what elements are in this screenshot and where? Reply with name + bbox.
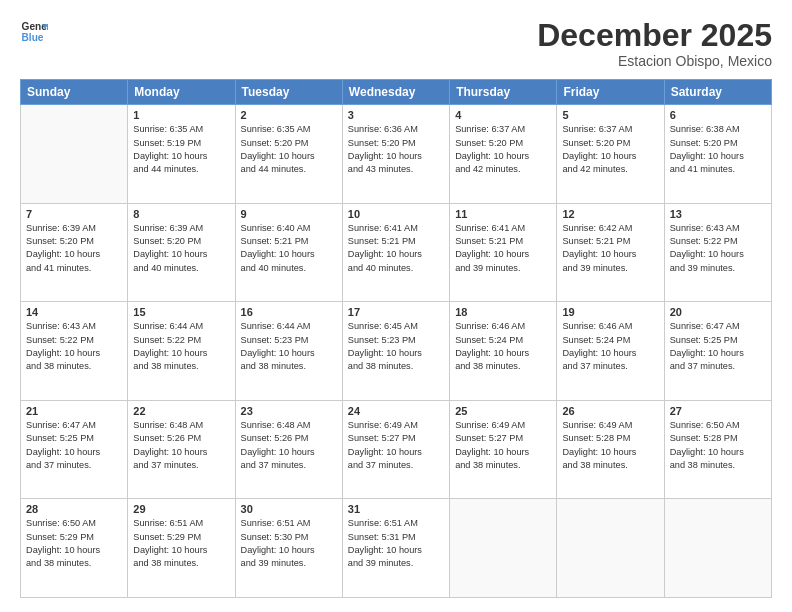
day-number: 30 [241,503,337,515]
day-number: 26 [562,405,658,417]
table-row: 10Sunrise: 6:41 AM Sunset: 5:21 PM Dayli… [342,203,449,302]
calendar-week-4: 21Sunrise: 6:47 AM Sunset: 5:25 PM Dayli… [21,400,772,499]
table-row [557,499,664,598]
cell-content: Sunrise: 6:49 AM Sunset: 5:27 PM Dayligh… [455,419,551,472]
day-number: 23 [241,405,337,417]
table-row: 7Sunrise: 6:39 AM Sunset: 5:20 PM Daylig… [21,203,128,302]
month-title: December 2025 [537,18,772,53]
logo-icon: General Blue [20,18,48,46]
cell-content: Sunrise: 6:35 AM Sunset: 5:20 PM Dayligh… [241,123,337,176]
table-row: 4Sunrise: 6:37 AM Sunset: 5:20 PM Daylig… [450,105,557,204]
table-row: 25Sunrise: 6:49 AM Sunset: 5:27 PM Dayli… [450,400,557,499]
day-number: 13 [670,208,766,220]
table-row [664,499,771,598]
cell-content: Sunrise: 6:37 AM Sunset: 5:20 PM Dayligh… [562,123,658,176]
table-row: 8Sunrise: 6:39 AM Sunset: 5:20 PM Daylig… [128,203,235,302]
table-row: 18Sunrise: 6:46 AM Sunset: 5:24 PM Dayli… [450,302,557,401]
day-number: 21 [26,405,122,417]
day-number: 31 [348,503,444,515]
table-row: 29Sunrise: 6:51 AM Sunset: 5:29 PM Dayli… [128,499,235,598]
day-number: 11 [455,208,551,220]
table-row: 3Sunrise: 6:36 AM Sunset: 5:20 PM Daylig… [342,105,449,204]
cell-content: Sunrise: 6:36 AM Sunset: 5:20 PM Dayligh… [348,123,444,176]
header-row: Sunday Monday Tuesday Wednesday Thursday… [21,80,772,105]
cell-content: Sunrise: 6:42 AM Sunset: 5:21 PM Dayligh… [562,222,658,275]
day-number: 14 [26,306,122,318]
table-row: 27Sunrise: 6:50 AM Sunset: 5:28 PM Dayli… [664,400,771,499]
svg-text:Blue: Blue [22,32,44,43]
table-row: 14Sunrise: 6:43 AM Sunset: 5:22 PM Dayli… [21,302,128,401]
table-row: 22Sunrise: 6:48 AM Sunset: 5:26 PM Dayli… [128,400,235,499]
cell-content: Sunrise: 6:35 AM Sunset: 5:19 PM Dayligh… [133,123,229,176]
day-number: 15 [133,306,229,318]
table-row: 28Sunrise: 6:50 AM Sunset: 5:29 PM Dayli… [21,499,128,598]
col-thursday: Thursday [450,80,557,105]
cell-content: Sunrise: 6:43 AM Sunset: 5:22 PM Dayligh… [670,222,766,275]
logo: General Blue [20,18,48,46]
table-row: 30Sunrise: 6:51 AM Sunset: 5:30 PM Dayli… [235,499,342,598]
day-number: 6 [670,109,766,121]
cell-content: Sunrise: 6:46 AM Sunset: 5:24 PM Dayligh… [455,320,551,373]
cell-content: Sunrise: 6:49 AM Sunset: 5:28 PM Dayligh… [562,419,658,472]
day-number: 8 [133,208,229,220]
cell-content: Sunrise: 6:44 AM Sunset: 5:23 PM Dayligh… [241,320,337,373]
calendar-week-3: 14Sunrise: 6:43 AM Sunset: 5:22 PM Dayli… [21,302,772,401]
cell-content: Sunrise: 6:43 AM Sunset: 5:22 PM Dayligh… [26,320,122,373]
cell-content: Sunrise: 6:38 AM Sunset: 5:20 PM Dayligh… [670,123,766,176]
table-row: 1Sunrise: 6:35 AM Sunset: 5:19 PM Daylig… [128,105,235,204]
col-saturday: Saturday [664,80,771,105]
day-number: 18 [455,306,551,318]
col-tuesday: Tuesday [235,80,342,105]
day-number: 25 [455,405,551,417]
day-number: 2 [241,109,337,121]
cell-content: Sunrise: 6:51 AM Sunset: 5:29 PM Dayligh… [133,517,229,570]
page: General Blue December 2025 Estacion Obis… [0,0,792,612]
title-block: December 2025 Estacion Obispo, Mexico [537,18,772,69]
table-row: 16Sunrise: 6:44 AM Sunset: 5:23 PM Dayli… [235,302,342,401]
day-number: 16 [241,306,337,318]
table-row: 23Sunrise: 6:48 AM Sunset: 5:26 PM Dayli… [235,400,342,499]
day-number: 28 [26,503,122,515]
cell-content: Sunrise: 6:50 AM Sunset: 5:29 PM Dayligh… [26,517,122,570]
table-row: 31Sunrise: 6:51 AM Sunset: 5:31 PM Dayli… [342,499,449,598]
col-wednesday: Wednesday [342,80,449,105]
col-monday: Monday [128,80,235,105]
day-number: 10 [348,208,444,220]
cell-content: Sunrise: 6:47 AM Sunset: 5:25 PM Dayligh… [26,419,122,472]
day-number: 7 [26,208,122,220]
cell-content: Sunrise: 6:48 AM Sunset: 5:26 PM Dayligh… [133,419,229,472]
table-row: 20Sunrise: 6:47 AM Sunset: 5:25 PM Dayli… [664,302,771,401]
cell-content: Sunrise: 6:37 AM Sunset: 5:20 PM Dayligh… [455,123,551,176]
cell-content: Sunrise: 6:48 AM Sunset: 5:26 PM Dayligh… [241,419,337,472]
table-row: 13Sunrise: 6:43 AM Sunset: 5:22 PM Dayli… [664,203,771,302]
day-number: 3 [348,109,444,121]
day-number: 12 [562,208,658,220]
cell-content: Sunrise: 6:41 AM Sunset: 5:21 PM Dayligh… [455,222,551,275]
table-row: 5Sunrise: 6:37 AM Sunset: 5:20 PM Daylig… [557,105,664,204]
cell-content: Sunrise: 6:44 AM Sunset: 5:22 PM Dayligh… [133,320,229,373]
calendar-table: Sunday Monday Tuesday Wednesday Thursday… [20,79,772,598]
table-row: 6Sunrise: 6:38 AM Sunset: 5:20 PM Daylig… [664,105,771,204]
day-number: 17 [348,306,444,318]
cell-content: Sunrise: 6:47 AM Sunset: 5:25 PM Dayligh… [670,320,766,373]
table-row: 2Sunrise: 6:35 AM Sunset: 5:20 PM Daylig… [235,105,342,204]
table-row [21,105,128,204]
table-row: 9Sunrise: 6:40 AM Sunset: 5:21 PM Daylig… [235,203,342,302]
cell-content: Sunrise: 6:40 AM Sunset: 5:21 PM Dayligh… [241,222,337,275]
day-number: 29 [133,503,229,515]
cell-content: Sunrise: 6:39 AM Sunset: 5:20 PM Dayligh… [26,222,122,275]
table-row: 15Sunrise: 6:44 AM Sunset: 5:22 PM Dayli… [128,302,235,401]
table-row: 24Sunrise: 6:49 AM Sunset: 5:27 PM Dayli… [342,400,449,499]
calendar-week-1: 1Sunrise: 6:35 AM Sunset: 5:19 PM Daylig… [21,105,772,204]
table-row: 26Sunrise: 6:49 AM Sunset: 5:28 PM Dayli… [557,400,664,499]
table-row: 12Sunrise: 6:42 AM Sunset: 5:21 PM Dayli… [557,203,664,302]
cell-content: Sunrise: 6:41 AM Sunset: 5:21 PM Dayligh… [348,222,444,275]
day-number: 19 [562,306,658,318]
cell-content: Sunrise: 6:45 AM Sunset: 5:23 PM Dayligh… [348,320,444,373]
table-row: 19Sunrise: 6:46 AM Sunset: 5:24 PM Dayli… [557,302,664,401]
day-number: 27 [670,405,766,417]
cell-content: Sunrise: 6:50 AM Sunset: 5:28 PM Dayligh… [670,419,766,472]
calendar-week-5: 28Sunrise: 6:50 AM Sunset: 5:29 PM Dayli… [21,499,772,598]
cell-content: Sunrise: 6:46 AM Sunset: 5:24 PM Dayligh… [562,320,658,373]
header: General Blue December 2025 Estacion Obis… [20,18,772,69]
